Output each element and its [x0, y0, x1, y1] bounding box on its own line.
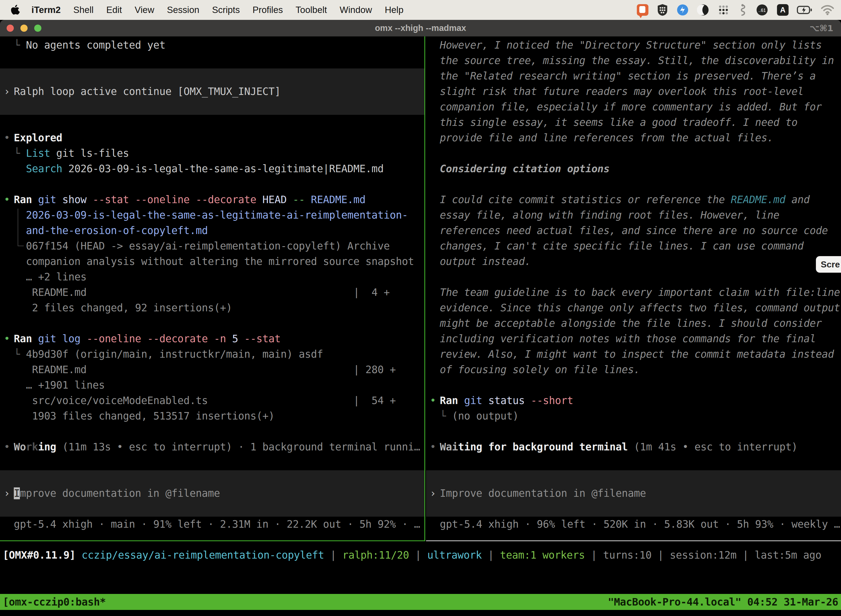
terminal-line: However, I noticed the "Directory Struct… [426, 38, 841, 53]
stats-bolt-icon[interactable] [677, 4, 689, 16]
terminal-line: references need actual files, and since … [426, 223, 841, 238]
terminal-line: slight risk that future readers may over… [426, 84, 841, 99]
text-segment: However, I noticed the "Directory Struct… [440, 39, 822, 51]
chat-icon[interactable] [637, 4, 648, 16]
apple-icon[interactable] [10, 4, 20, 15]
tmux-pane-left[interactable]: └ No agents completed yet›Ralph loop act… [0, 38, 424, 532]
menu-status-icons: ..61A [637, 3, 836, 16]
text-segment: 2026-03-09-is-legal-the-same-as-legitima… [62, 163, 384, 175]
menu-item-scripts[interactable]: Scripts [212, 5, 240, 15]
terminal-line: changes, I can't cite specific file line… [426, 238, 841, 254]
terminal-line: I could cite commit statistics or refere… [426, 192, 841, 208]
menu-items: iTerm2ShellEditViewSessionScriptsProfile… [31, 5, 403, 15]
prompt-chevron-icon: › [4, 84, 10, 99]
shield-grid-icon[interactable] [657, 4, 668, 16]
text-segment: -- [293, 194, 305, 205]
dots-grid-icon[interactable] [717, 4, 730, 16]
bullet-icon: • [430, 393, 436, 408]
prompt-input-text: Ralph loop active continue [OMX_TMUX_INJ… [14, 85, 281, 97]
terminal-line: 067f154 (HEAD -> essay/ai-reimplementati… [0, 238, 424, 254]
text-segment: companion file, especially if more comme… [440, 101, 822, 113]
text-segment: | [409, 549, 427, 561]
text-segment: Ran [14, 333, 38, 345]
right-prompt-input[interactable]: ›Improve documentation in @filename [426, 470, 841, 517]
text-segment: (11m 13s • esc to interrupt) · 1 backgro… [56, 441, 420, 453]
text-segment: src/voice/voiceModeEnabled.ts | 54 + [14, 395, 396, 406]
blank-line [0, 115, 424, 130]
menu-item-profiles[interactable]: Profiles [252, 5, 283, 15]
text-segment: and [785, 194, 810, 205]
terminal-line: └ (no output) [426, 408, 841, 424]
text-segment: 1903 files changed, 513517 insertions(+) [14, 410, 274, 422]
text-segment: 2026-03-09-is-legal-the-same-as-legitima… [14, 209, 408, 221]
text-segment: 5 [232, 333, 244, 345]
prompt-input-line: ›Improve documentation in @filename [426, 486, 841, 501]
prompt-chevron-icon: › [430, 486, 436, 501]
prompt-chevron-icon: › [4, 486, 10, 501]
wifi-icon[interactable] [820, 4, 834, 15]
close-window-button[interactable] [7, 25, 14, 32]
text-segment: The team guideline is to back every impo… [440, 286, 840, 298]
text-segment: └ [440, 410, 452, 422]
terminal-line: output instead. [426, 254, 841, 269]
traffic-lights [7, 25, 41, 32]
gauge-61-icon[interactable]: ..61 [756, 4, 769, 16]
terminal-line: and-the-erosion-of-copyleft.md [0, 223, 424, 238]
text-segment: git ls-files [50, 147, 129, 159]
menu-item-window[interactable]: Window [340, 5, 372, 15]
tmux-status-bar: [omx-cczip0:bash* "MacBook-Pro-44.local"… [0, 594, 841, 610]
terminal-line: essay file, along with finding root file… [426, 208, 841, 223]
menu-item-edit[interactable]: Edit [106, 5, 122, 15]
blank-line [426, 455, 841, 470]
pane-divider[interactable] [424, 37, 425, 540]
text-segment: └ [14, 39, 26, 51]
left-prompt-input[interactable]: ›Ralph loop active continue [OMX_TMUX_IN… [0, 69, 424, 115]
text-segment: List [26, 147, 50, 159]
tmux-pane-right[interactable]: However, I noticed the "Directory Struct… [426, 38, 841, 532]
zoom-window-button[interactable] [34, 25, 41, 32]
text-segment: git [464, 395, 482, 406]
blank-line [0, 455, 424, 470]
terminal-line: … +1901 lines [0, 378, 424, 393]
text-segment: Search [26, 163, 62, 175]
terminal-line: README.md | 280 + [0, 362, 424, 378]
text-segment: the "Related research writing" section i… [440, 70, 816, 82]
terminal-line: 2 files changed, 92 insertions(+) [0, 300, 424, 316]
menu-item-session[interactable]: Session [167, 5, 199, 15]
menu-item-iterm2[interactable]: iTerm2 [31, 5, 61, 15]
terminal-line: The team guideline is to back every impo… [426, 285, 841, 300]
tmux-window-label[interactable]: [omx-cczip0:bash* [0, 596, 106, 608]
terminal-line: •Waiting for background terminal (1m 41s… [426, 439, 841, 455]
left-prompt-input[interactable]: ›Improve documentation in @filename [0, 470, 424, 517]
screenshot-toast[interactable]: Scre [816, 256, 841, 273]
battery-icon[interactable] [797, 4, 812, 16]
omx-status-line: [OMX#0.11.9] cczip/essay/ai-reimplementa… [3, 547, 821, 563]
menu-item-shell[interactable]: Shell [73, 5, 94, 15]
text-segment: README.md [305, 194, 366, 205]
text-segment: I could cite commit statistics or refere… [440, 194, 731, 205]
text-segment: No agents completed yet [26, 39, 165, 51]
crescent-icon[interactable] [697, 4, 709, 16]
keyboard-a-icon[interactable]: A [777, 4, 788, 16]
text-segment: (1m 41s • esc to interrupt) [628, 441, 797, 453]
terminal-line: •Explored [0, 130, 424, 146]
terminal-line: companion file, especially if more comme… [426, 99, 841, 115]
text-segment: README.md | 4 + [14, 286, 390, 298]
menu-item-toolbelt[interactable]: Toolbelt [296, 5, 327, 15]
text-segment: provide file and line references from th… [440, 132, 774, 144]
text-segment: Ran [14, 194, 38, 205]
text-segment: Wai [440, 441, 458, 453]
terminal-line: provide file and line references from th… [426, 130, 841, 146]
text-segment: review. Also, I might want to inspect th… [440, 348, 834, 360]
menu-item-view[interactable]: View [135, 5, 154, 15]
terminal-line: •Ran git status --short [426, 393, 841, 408]
prompt-input-text: mprove documentation in @filename [20, 487, 220, 499]
window-title-bar[interactable]: omx --xhigh --madmax ⌥⌘1 [0, 20, 841, 37]
dragon-icon[interactable] [738, 3, 747, 16]
terminal-line: this single essay, it seems like a good … [426, 115, 841, 130]
minimize-window-button[interactable] [21, 25, 28, 32]
terminal-line: └ No agents completed yet [0, 38, 424, 53]
right-pane-border [426, 540, 841, 541]
menu-item-help[interactable]: Help [385, 5, 403, 15]
text-segment [14, 163, 26, 175]
